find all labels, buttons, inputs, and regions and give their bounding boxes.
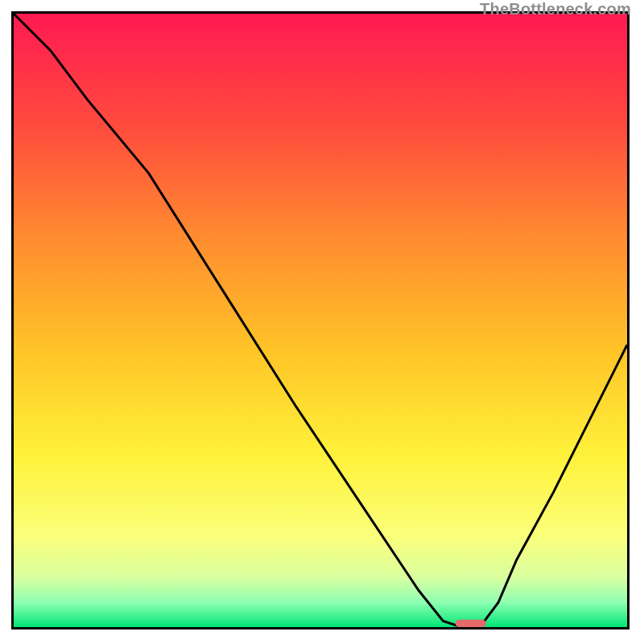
watermark-label: TheBottleneck.com (480, 0, 631, 19)
chart-background (14, 14, 627, 627)
optimal-point-marker (456, 620, 486, 627)
bottleneck-chart (14, 14, 627, 627)
chart-frame (11, 11, 630, 630)
